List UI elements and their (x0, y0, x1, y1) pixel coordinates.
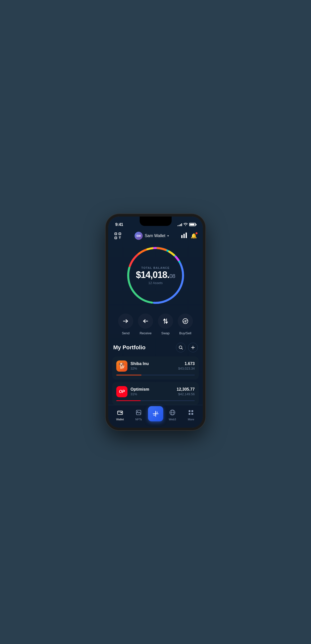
balance-amount: $14,018.08 (136, 270, 175, 279)
nav-wallet-label: Wallet (116, 418, 124, 421)
balance-ring: TOTAL BALANCE $14,018.08 12 Assets (125, 245, 186, 306)
portfolio-header: My Portfolio (108, 340, 203, 356)
nav-right-actions: 🔔 (181, 232, 198, 240)
balance-label: TOTAL BALANCE (136, 266, 175, 269)
assets-count: 12 Assets (136, 281, 175, 285)
search-icon (179, 345, 183, 350)
chart-icon (181, 233, 187, 238)
top-nav: SW Sam Wallet ▾ 🔔 (108, 229, 203, 242)
shib-name: Shiba Inu (130, 361, 175, 366)
balance-display: TOTAL BALANCE $14,018.08 12 Assets (136, 266, 175, 285)
send-button[interactable]: Send (118, 313, 133, 335)
nav-wallet[interactable]: Wallet (111, 409, 129, 421)
status-time: 9:41 (115, 222, 123, 227)
notch (140, 217, 172, 226)
wifi-icon (184, 223, 188, 227)
svg-rect-37 (189, 410, 190, 412)
svg-rect-9 (183, 234, 185, 238)
add-icon (191, 345, 195, 350)
op-amount: 12,305.77 (177, 387, 195, 392)
asset-card-op[interactable]: OP Optimism 31% 12,305.77 $42,149.56 (112, 382, 199, 405)
battery-icon (189, 223, 196, 226)
wallet-selector[interactable]: SW Sam Wallet ▾ (135, 232, 169, 240)
swap-icon (163, 318, 168, 324)
nft-icon (136, 409, 142, 416)
receive-icon (143, 319, 148, 323)
svg-point-33 (157, 412, 158, 413)
nav-nfts-label: NFTs (135, 418, 142, 421)
shib-icon: 🐕 (116, 360, 127, 372)
op-usd: $42,149.56 (177, 392, 195, 396)
op-progress-fill (116, 400, 141, 401)
op-name: Optimism (130, 387, 174, 392)
center-action-icon (152, 410, 159, 417)
more-icon (188, 409, 194, 416)
svg-point-29 (137, 411, 138, 412)
scanner-button[interactable] (113, 231, 122, 240)
send-label: Send (122, 331, 129, 335)
nav-center-action-button[interactable] (148, 406, 163, 421)
svg-rect-38 (191, 410, 193, 412)
scanner-icon (114, 232, 121, 239)
shib-percent: 32% (130, 367, 175, 370)
svg-text:$: $ (184, 319, 186, 323)
buysell-label: Buy/Sell (179, 331, 191, 335)
shib-usd: $43,023.34 (178, 367, 195, 370)
receive-label: Receive (140, 331, 152, 335)
svg-rect-10 (186, 233, 187, 238)
chart-button[interactable] (181, 233, 187, 239)
buysell-icon: $ (182, 318, 188, 324)
signal-bars-icon (177, 223, 182, 226)
op-values: 12,305.77 $42,149.56 (177, 387, 195, 396)
svg-rect-8 (181, 235, 183, 238)
portfolio-ring-section: TOTAL BALANCE $14,018.08 12 Assets (108, 242, 203, 311)
portfolio-title: My Portfolio (113, 344, 145, 351)
swap-label: Swap (161, 331, 170, 335)
svg-rect-39 (189, 413, 190, 415)
svg-rect-5 (116, 238, 116, 238)
buy-sell-button[interactable]: $ Buy/Sell (178, 313, 193, 335)
shib-info: Shiba Inu 32% (130, 361, 175, 370)
svg-rect-27 (121, 412, 122, 413)
web3-icon (169, 409, 175, 416)
portfolio-search-button[interactable] (176, 343, 186, 352)
portfolio-actions (176, 343, 198, 352)
shib-amount: 1.673 (178, 361, 195, 366)
notification-bell-button[interactable]: 🔔 (190, 232, 198, 240)
balance-cents: 08 (169, 273, 175, 279)
phone-frame: 9:41 (106, 214, 205, 430)
avatar: SW (135, 232, 143, 240)
chevron-down-icon: ▾ (167, 234, 169, 238)
asset-card-shib[interactable]: 🐕 Shiba Inu 32% 1.673 $43,023.34 (112, 356, 199, 379)
op-icon: OP (116, 386, 127, 397)
shib-progress-fill (116, 375, 141, 375)
nav-more[interactable]: More (182, 409, 200, 421)
op-info: Optimism 31% (130, 387, 174, 396)
shib-progress-bar (116, 375, 195, 375)
notification-badge (195, 232, 198, 235)
op-progress-bar (116, 400, 195, 401)
shib-values: 1.673 $43,023.34 (178, 361, 195, 370)
portfolio-add-button[interactable] (188, 343, 198, 352)
nav-web3-label: Web3 (169, 418, 176, 421)
nav-more-label: More (188, 418, 194, 421)
op-percent: 31% (130, 392, 174, 396)
wallet-icon (117, 409, 123, 416)
status-icons (177, 223, 196, 227)
svg-point-32 (154, 415, 155, 416)
svg-rect-4 (120, 234, 120, 234)
action-buttons-row: Send Receive (108, 311, 203, 340)
receive-button[interactable]: Receive (138, 313, 153, 335)
swap-button[interactable]: Swap (158, 313, 173, 335)
nav-web3[interactable]: Web3 (163, 409, 182, 421)
nav-nfts[interactable]: NFTs (129, 409, 148, 421)
svg-rect-40 (191, 413, 193, 415)
wallet-name: Sam Wallet (145, 234, 165, 238)
battery-fill (190, 224, 194, 225)
send-icon (123, 319, 128, 323)
screen: 9:41 (108, 217, 203, 428)
svg-rect-3 (116, 234, 116, 234)
bottom-nav: Wallet NFTs (108, 405, 203, 428)
svg-line-23 (182, 348, 183, 349)
